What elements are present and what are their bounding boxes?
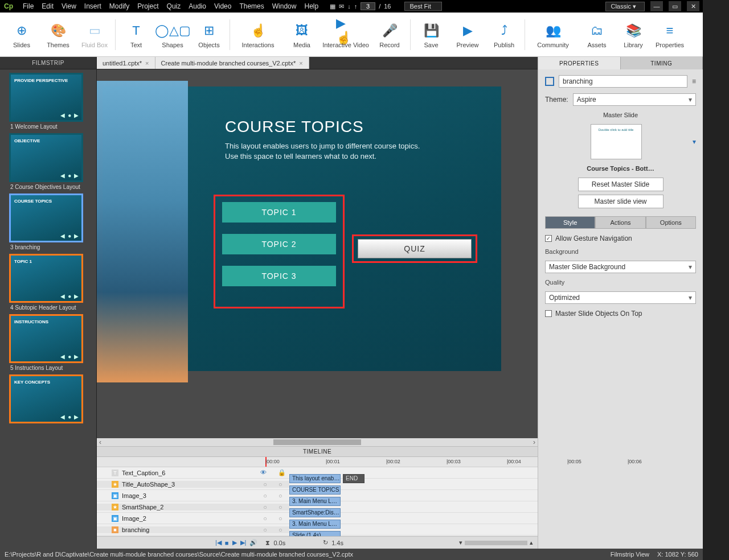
- theme-dropdown[interactable]: Aspire: [573, 93, 696, 106]
- topic-button-3[interactable]: TOPIC 3: [222, 266, 336, 286]
- slide-sep: /: [379, 3, 380, 10]
- slide-title[interactable]: COURSE TOPICS: [225, 118, 364, 136]
- grid-icon[interactable]: ▦: [330, 3, 335, 10]
- ribbon-text[interactable]: TText: [118, 14, 154, 55]
- audio-icon[interactable]: 🔊: [249, 539, 257, 546]
- timeline-ruler[interactable]: |00:00|00:01|00:02|00:03|00:04|00:05|00:…: [97, 457, 538, 467]
- ribbon-interactions[interactable]: ☝Interactions: [232, 14, 284, 55]
- play-button[interactable]: ▶: [232, 539, 237, 546]
- master-slide-expand-icon[interactable]: ▾: [693, 138, 696, 146]
- goto-start-button[interactable]: |◀: [215, 539, 222, 546]
- quality-label: Quality: [545, 279, 696, 286]
- master-slide-ontop-checkbox[interactable]: Master Slide Objects On Top: [545, 310, 696, 318]
- slide-icon: [545, 77, 554, 86]
- master-slide-thumbnail[interactable]: Double click to add title: [591, 124, 642, 159]
- workspace-dropdown[interactable]: Classic ▾: [605, 2, 645, 11]
- topic-button-2[interactable]: TOPIC 2: [222, 234, 336, 254]
- fluid-box-icon: ▭: [85, 21, 104, 40]
- slide-name-input[interactable]: branching: [559, 75, 687, 88]
- menu-file[interactable]: File: [23, 2, 34, 10]
- tab-properties[interactable]: PROPERTIES: [538, 57, 621, 69]
- ribbon-fluid-box[interactable]: ▭Fluid Box: [76, 14, 113, 55]
- ribbon-save[interactable]: 💾Save: [413, 14, 449, 55]
- ribbon-preview[interactable]: ▶Preview: [449, 14, 486, 55]
- close-button[interactable]: ✕: [687, 1, 699, 11]
- ribbon-record[interactable]: 🎤Record: [371, 14, 408, 55]
- menu-view[interactable]: View: [62, 2, 76, 10]
- filmstrip-thumb-6[interactable]: KEY CONCEPTS◀ ● ▶: [3, 374, 93, 425]
- timeline-panel: TIMELINE |00:00|00:01|00:02|00:03|00:04|…: [97, 446, 538, 549]
- ribbon-interactive-video[interactable]: ▶☝Interactive Video: [320, 14, 371, 55]
- canvas-horizontal-scrollbar[interactable]: ‹ ›: [97, 438, 538, 446]
- panel-menu-icon[interactable]: ≡: [692, 77, 696, 85]
- maximize-button[interactable]: ▭: [669, 1, 681, 11]
- status-coords: X: 1082 Y: 560: [657, 551, 698, 558]
- assets-icon: 🗂: [587, 21, 607, 40]
- ribbon-properties[interactable]: ≡Properties: [652, 14, 688, 55]
- menu-project[interactable]: Project: [137, 2, 158, 10]
- menu-themes[interactable]: Themes: [239, 2, 264, 10]
- ribbon-objects[interactable]: ⊞Objects: [191, 14, 227, 55]
- interactive-video-icon: ▶☝: [336, 21, 355, 40]
- menu-window[interactable]: Window: [272, 2, 297, 10]
- zoom-in-icon[interactable]: ▴: [530, 539, 533, 546]
- timeline-controls: |◀ ■ ▶ ▶| 🔊 ⧗ 0.0s ↻ 1.4s ▾ ▴: [97, 536, 538, 549]
- timeline-layer-text_caption_6[interactable]: TText_Caption_6👁🔒This layout enab…END: [97, 467, 538, 479]
- ribbon-publish[interactable]: ⤴Publish: [486, 14, 522, 55]
- close-tab-icon[interactable]: ×: [145, 60, 149, 67]
- tab-timing[interactable]: TIMING: [621, 57, 703, 69]
- slides-icon: ⊕: [12, 21, 31, 40]
- current-slide-input[interactable]: [361, 2, 375, 10]
- doc-tab-0[interactable]: untitled1.cptx*×: [97, 57, 155, 69]
- master-slide-view-button[interactable]: Master slide view: [578, 195, 664, 208]
- allow-gesture-checkbox[interactable]: ✓Allow Gesture Navigation: [545, 234, 696, 242]
- slide-canvas[interactable]: COURSE TOPICS This layout enables users …: [103, 87, 501, 371]
- menu-quiz[interactable]: Quiz: [167, 2, 181, 10]
- status-path: E:\Projects\R and D\Captivate\Create mul…: [5, 551, 353, 558]
- menu-modify[interactable]: Modify: [109, 2, 129, 10]
- filmstrip-thumb-4[interactable]: TOPIC 1◀ ● ▶4 Subtopic Header Layout: [3, 254, 93, 311]
- timeline-zoom-slider[interactable]: [465, 541, 527, 545]
- up-icon[interactable]: ↑: [354, 3, 358, 10]
- filmstrip-thumb-3[interactable]: COURSE TOPICS◀ ● ▶3 branching: [3, 193, 93, 250]
- menu-video[interactable]: Video: [214, 2, 231, 10]
- goto-end-button[interactable]: ▶|: [240, 539, 247, 546]
- zoom-dropdown[interactable]: Best Fit: [404, 2, 441, 11]
- side-photo: [97, 81, 188, 382]
- minimize-button[interactable]: —: [650, 1, 663, 11]
- close-tab-icon[interactable]: ×: [299, 60, 302, 67]
- ribbon-themes[interactable]: 🎨Themes: [40, 14, 76, 55]
- media-icon: 🖼: [292, 21, 312, 40]
- quality-dropdown[interactable]: Optimized: [545, 291, 696, 304]
- down-icon[interactable]: ↓: [347, 3, 351, 10]
- ribbon-shapes[interactable]: ◯△▢Shapes: [154, 14, 191, 55]
- filmstrip-thumb-2[interactable]: OBJECTIVE◀ ● ▶2 Course Objectives Layout: [3, 133, 93, 190]
- menu-edit[interactable]: Edit: [42, 2, 54, 10]
- zoom-out-icon[interactable]: ▾: [459, 539, 462, 546]
- subtab-options[interactable]: Options: [646, 216, 696, 229]
- filmstrip-thumb-1[interactable]: PROVIDE PERSPECTIVE◀ ● ▶1 Welcome Layout: [3, 73, 93, 130]
- background-dropdown[interactable]: Master Slide Background: [545, 261, 696, 273]
- filmstrip-thumb-5[interactable]: INSTRUCTIONS◀ ● ▶5 Instructions Layout: [3, 314, 93, 371]
- mail-icon[interactable]: ✉: [339, 3, 344, 10]
- doc-tab-1[interactable]: Create multi-module branched courses_V2.…: [155, 57, 309, 69]
- ribbon-library[interactable]: 📚Library: [615, 14, 652, 55]
- record-icon: 🎤: [380, 21, 399, 40]
- subtab-style[interactable]: Style: [545, 216, 595, 229]
- stop-button[interactable]: ■: [225, 540, 229, 546]
- menu-insert[interactable]: Insert: [84, 2, 101, 10]
- reset-master-slide-button[interactable]: Reset Master Slide: [578, 178, 664, 191]
- community-icon: 👥: [543, 21, 563, 40]
- topic-button-1[interactable]: TOPIC 1: [222, 202, 336, 223]
- document-tabs: untitled1.cptx*×Create multi-module bran…: [97, 57, 538, 69]
- slide-description[interactable]: This layout enables users to jump to dif…: [225, 141, 430, 161]
- ribbon-assets[interactable]: 🗂Assets: [579, 14, 615, 55]
- quiz-button[interactable]: QUIZ: [358, 239, 472, 258]
- ribbon-media[interactable]: 🖼Media: [284, 14, 320, 55]
- menu-help[interactable]: Help: [304, 2, 318, 10]
- ribbon-community[interactable]: 👥Community: [527, 14, 579, 55]
- menu-audio[interactable]: Audio: [189, 2, 206, 10]
- ribbon-slides[interactable]: ⊕Slides: [3, 14, 40, 55]
- app-logo: Cp: [0, 0, 17, 13]
- subtab-actions[interactable]: Actions: [595, 216, 645, 229]
